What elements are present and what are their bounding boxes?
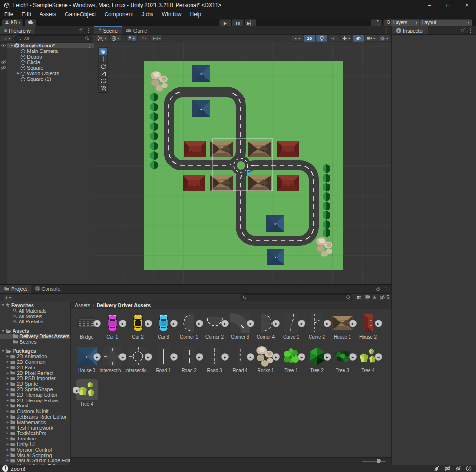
tab-project[interactable]: Project — [0, 285, 31, 293]
tree-2d-animation[interactable]: ▶ 2D Animation — [0, 354, 70, 359]
scale-tool-button[interactable] — [99, 70, 107, 77]
tree-test-framework[interactable]: ▶ Test Framework — [0, 425, 70, 431]
prefab-expand-icon[interactable]: ▶ — [272, 320, 280, 327]
prefab-expand-icon[interactable]: ▶ — [196, 353, 203, 361]
hierarchy-item-samplescene[interactable]: ▼ SampleScene* ⋮ — [7, 43, 94, 48]
prefab-expand-icon[interactable]: ▶ — [349, 353, 357, 361]
pivot-globe-button[interactable]: ▾ — [109, 35, 121, 42]
tree-2d-tilemap-editor[interactable]: ▶ 2D Tilemap Editor — [0, 392, 70, 398]
prefab-expand-icon[interactable]: ▶ — [324, 320, 331, 327]
chevron-down-icon[interactable]: ▾ — [298, 37, 300, 40]
thumbnail-size-slider[interactable] — [362, 461, 386, 462]
prefab-expand-icon[interactable]: ◀ — [375, 353, 382, 361]
asset-tree-4[interactable]: ◀ Tree 4 — [355, 346, 381, 379]
tree-2d-sprite[interactable]: ▶ 2D Sprite — [0, 381, 70, 387]
prefab-expand-icon[interactable]: ▶ — [119, 353, 126, 361]
prefab-expand-icon[interactable]: ▶ — [170, 353, 178, 361]
rect-tool-button[interactable] — [99, 78, 107, 85]
snap-settings-button[interactable]: ▾ — [151, 35, 163, 42]
hierarchy-item-doggo[interactable]: Doggo — [7, 54, 94, 59]
lighting-button[interactable] — [316, 35, 327, 42]
tab-inspector[interactable]: i Inspector — [392, 26, 428, 34]
chevron-down-icon[interactable]: ▾ — [159, 37, 161, 40]
menu-edit[interactable]: Edit — [17, 10, 35, 19]
tool-settings-button[interactable]: ▾ — [96, 35, 108, 42]
2d-button[interactable]: 2D — [304, 35, 315, 42]
hidden-items-toggle[interactable]: 5 — [379, 295, 389, 301]
asset-car-2[interactable]: ▶ Car 2 — [125, 312, 151, 346]
expander-icon[interactable]: ▶ — [6, 382, 10, 386]
panel-menu-icon[interactable]: ⋮ — [383, 286, 389, 292]
subasset-tree-4[interactable]: ◀ Tree 4 — [74, 379, 99, 413]
tab-game[interactable]: Game — [122, 26, 152, 34]
asset-house-3[interactable]: ▶ House 3 — [74, 346, 99, 379]
asset-road-4[interactable]: ▶ Road 4 — [227, 346, 253, 379]
chevron-down-icon[interactable]: ▾ — [386, 37, 388, 40]
status-message[interactable]: Zoom! — [11, 466, 25, 472]
gizmos-button[interactable]: ▾ — [378, 35, 390, 42]
asset-intersectio[interactable]: ▶ Intersectio... — [99, 346, 125, 379]
tree-mathematics[interactable]: ▶ Mathematics — [0, 420, 70, 425]
prefab-expand-icon[interactable]: ▶ — [298, 320, 305, 327]
pause-button[interactable]: ❚❚ — [232, 19, 244, 27]
tree-scenes[interactable]: Scenes — [0, 339, 70, 345]
asset-curve-1[interactable]: ▶ Curve 1 — [278, 312, 304, 346]
tree-2d-tilemap-extras[interactable]: ▶ 2D Tilemap Extras — [0, 398, 70, 403]
tree-delivery-driver-assets[interactable]: Delivery Driver Assets — [0, 334, 70, 339]
tree-all-materials[interactable]: All Materials — [0, 308, 70, 314]
lock-open-icon[interactable] — [461, 27, 465, 33]
tree-2d-spriteshape[interactable]: ▶ 2D SpriteShape — [0, 387, 70, 392]
notifications-muted-icon[interactable] — [434, 465, 440, 472]
prefab-expand-icon[interactable]: ▶ — [119, 320, 126, 327]
close-button[interactable]: × — [457, 0, 476, 10]
undo-history-button[interactable] — [371, 19, 382, 26]
prefab-collapse-icon[interactable]: ◀ — [73, 387, 80, 394]
menu-jobs[interactable]: Jobs — [137, 10, 157, 19]
layers-dropdown[interactable]: Layers ▾ — [390, 19, 420, 26]
lock-open-icon[interactable] — [376, 286, 380, 292]
shading-mode-button[interactable]: ◐ ▾ — [292, 35, 303, 42]
expander-icon[interactable]: ▶ — [6, 371, 10, 375]
item-menu-icon[interactable]: ⋮ — [87, 43, 94, 49]
expander-icon[interactable]: ▶ — [6, 360, 10, 364]
chevron-down-icon[interactable]: ▾ — [118, 37, 119, 40]
tree-version-control[interactable]: ▶ Version Control — [0, 447, 70, 452]
menu-window[interactable]: Window — [158, 10, 186, 19]
search-filter-icon[interactable] — [85, 36, 89, 41]
menu-component[interactable]: Component — [100, 10, 137, 19]
expander-icon[interactable]: ▶ — [6, 409, 10, 413]
hierarchy-item-square[interactable]: Square — [7, 65, 94, 71]
asset-tree-1[interactable]: ▶ Tree 1 — [278, 346, 304, 379]
eye-icon[interactable] — [0, 43, 6, 48]
play-button[interactable]: ▶ — [219, 19, 231, 27]
tree-visual-scripting[interactable]: ▶ Visual Scripting — [0, 452, 70, 458]
expander-icon[interactable]: ▶ — [6, 420, 10, 424]
cloud-offline-icon[interactable] — [455, 465, 461, 472]
effects-button[interactable]: ▾ — [340, 35, 352, 42]
asset-house-1[interactable]: ▶ House 1 — [330, 312, 355, 346]
expander-icon[interactable]: ▶ — [16, 72, 20, 75]
hierarchy-item-world-objects[interactable]: ▶ World Objects — [7, 71, 94, 76]
breadcrumb-root[interactable]: Assets — [75, 302, 90, 308]
chevron-down-icon[interactable]: ▾ — [145, 37, 147, 40]
expander-icon[interactable]: ▶ — [6, 459, 10, 462]
expander-icon[interactable]: ▼ — [1, 303, 5, 307]
expander-icon[interactable]: ▶ — [6, 442, 10, 446]
increment-snap-button[interactable]: # ▾ — [139, 35, 150, 42]
tree-jetbrains-rider-editor[interactable]: ▶ JetBrains Rider Editor — [0, 414, 70, 420]
expander-icon[interactable]: ▼ — [1, 329, 5, 333]
rotate-tool-button[interactable] — [99, 63, 107, 70]
move-tool-button[interactable] — [99, 55, 107, 62]
status-ok-icon[interactable] — [466, 465, 472, 472]
tab-scene[interactable]: # Scene — [94, 26, 122, 34]
tree-timeline[interactable]: ▶ Timeline — [0, 436, 70, 441]
prefab-expand-icon[interactable]: ▶ — [349, 320, 357, 327]
prefab-expand-icon[interactable]: ▶ — [247, 320, 254, 327]
tree-visual-studio-code-editor[interactable]: ▶ Visual Studio Code Editor — [0, 458, 70, 464]
asset-corner-1[interactable]: ▶ Corner 1 — [176, 312, 202, 346]
tree-packages[interactable]: ▼ Packages — [0, 348, 70, 354]
tree-2d-psd-importer[interactable]: ▶ 2D PSD Importer — [0, 376, 70, 381]
asset-road-3[interactable]: ▶ Road 3 — [202, 346, 227, 379]
visibility-button[interactable] — [353, 35, 364, 42]
slider-thumb[interactable] — [377, 459, 381, 463]
